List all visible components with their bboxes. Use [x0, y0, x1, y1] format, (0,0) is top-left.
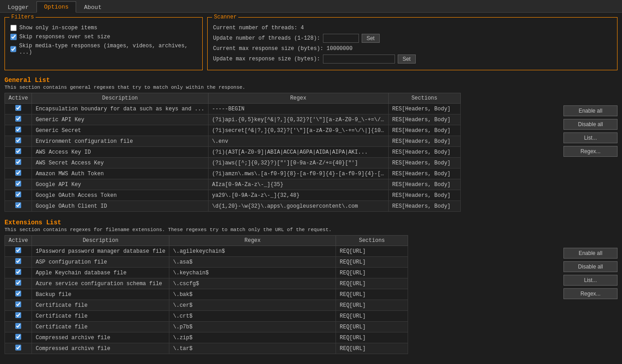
ext-checkbox-8[interactable]: [15, 334, 21, 340]
filter-checkbox-2[interactable]: [10, 46, 16, 52]
general-checkbox-0[interactable]: [15, 105, 21, 111]
maxsize-input[interactable]: [323, 55, 395, 64]
general-checkbox-7[interactable]: [15, 181, 21, 187]
general-row-desc-6: Amazon MWS Auth Token: [32, 168, 208, 179]
ext-checkbox-5[interactable]: [15, 301, 21, 307]
general-row-desc-4: AWS Access Key ID: [32, 147, 208, 158]
set-threads-button[interactable]: Set: [362, 34, 380, 43]
ext-row-active-5[interactable]: [5, 300, 32, 311]
general-list-row: AWS Secret Access Key (?i)aws([^;]{0,32}…: [5, 158, 461, 168]
general-checkbox-8[interactable]: [15, 191, 21, 197]
general-row-sections-7: RES[Headers, Body]: [388, 179, 460, 190]
ext-row-regex-4: \.bak$: [169, 289, 336, 300]
ext-row-sections-6: REQ[URL]: [336, 311, 408, 322]
ext-checkbox-9[interactable]: [15, 345, 21, 350]
tab-options[interactable]: Options: [36, 1, 77, 13]
ext-list-row: Certificate file \.cer$ REQ[URL]: [5, 300, 408, 311]
general-row-sections-4: RES[Headers, Body]: [388, 147, 460, 158]
ext-checkbox-3[interactable]: [15, 280, 21, 286]
ext-row-active-9[interactable]: [5, 343, 32, 354]
ext-row-regex-9: \.tar$: [169, 343, 336, 354]
filters-title: Filters: [9, 14, 36, 20]
general-checkbox-1[interactable]: [15, 116, 21, 122]
general-row-active-3[interactable]: [5, 136, 32, 147]
general-enable-all-button[interactable]: Enable all: [563, 105, 617, 116]
ext-row-regex-2: \.keychain$: [169, 268, 336, 278]
general-checkbox-5[interactable]: [15, 159, 21, 165]
ext-row-active-1[interactable]: [5, 257, 32, 268]
general-row-active-8[interactable]: [5, 190, 32, 201]
ext-disable-all-button[interactable]: Disable all: [563, 261, 617, 272]
general-row-active-6[interactable]: [5, 168, 32, 179]
scanner-title: Scanner: [212, 14, 238, 20]
general-th-sections: Sections: [388, 93, 460, 104]
general-row-sections-3: RES[Headers, Body]: [388, 136, 460, 147]
extensions-list-section: Extensions List This section contains re…: [5, 219, 617, 354]
ext-row-active-0[interactable]: [5, 246, 32, 257]
general-row-active-7[interactable]: [5, 179, 32, 190]
filter-label-2: Skip media-type responses (images, video…: [19, 43, 197, 55]
ext-row-sections-7: REQ[URL]: [336, 322, 408, 332]
ext-row-regex-0: \.agilekeychain$: [169, 246, 336, 257]
filter-item-1: Skip responses over set size: [10, 34, 197, 40]
general-checkbox-6[interactable]: [15, 170, 21, 176]
general-disable-all-button[interactable]: Disable all: [563, 119, 617, 130]
ext-list-button[interactable]: List...: [563, 275, 617, 286]
general-row-desc-1: Generic API Key: [32, 114, 208, 125]
ext-row-sections-5: REQ[URL]: [336, 300, 408, 311]
set-maxsize-button[interactable]: Set: [398, 55, 416, 64]
general-row-desc-2: Generic Secret: [32, 125, 208, 136]
ext-list-row: Compressed archive file \.zip$ REQ[URL]: [5, 332, 408, 343]
scanner-maxsize-current: Current max response size (bytes): 10000…: [213, 46, 612, 52]
ext-checkbox-1[interactable]: [15, 258, 21, 264]
ext-row-active-6[interactable]: [5, 311, 32, 322]
extensions-list-table-col: Active Description Regex Sections 1Passw…: [5, 235, 560, 354]
general-checkbox-9[interactable]: [15, 202, 21, 208]
main-content: Filters Show only in-scope items Skip re…: [0, 13, 622, 364]
general-row-active-0[interactable]: [5, 104, 32, 114]
ext-row-active-2[interactable]: [5, 268, 32, 278]
ext-checkbox-2[interactable]: [15, 269, 21, 275]
general-row-active-2[interactable]: [5, 125, 32, 136]
general-row-active-5[interactable]: [5, 158, 32, 168]
general-checkbox-2[interactable]: [15, 127, 21, 132]
tab-logger[interactable]: Logger: [0, 2, 36, 13]
general-regex-button[interactable]: Regex...: [563, 146, 617, 157]
general-checkbox-4[interactable]: [15, 148, 21, 154]
ext-checkbox-7[interactable]: [15, 323, 21, 329]
scanner-threads-update: Update number of threads (1-128): Set: [213, 34, 612, 43]
general-list-desc: This section contains general regexes th…: [5, 85, 617, 90]
ext-row-desc-5: Certificate file: [32, 300, 169, 311]
filter-item-0: Show only in-scope items: [10, 25, 197, 31]
ext-row-active-4[interactable]: [5, 289, 32, 300]
general-row-active-9[interactable]: [5, 201, 32, 212]
ext-row-active-7[interactable]: [5, 322, 32, 332]
ext-enable-all-button[interactable]: Enable all: [563, 248, 617, 259]
ext-list-row: Certificate file \.p7b$ REQ[URL]: [5, 322, 408, 332]
filter-checkbox-0[interactable]: [10, 25, 17, 31]
extensions-list-side-buttons: Enable all Disable all List... Regex...: [563, 235, 617, 354]
filters-panel: Filters Show only in-scope items Skip re…: [5, 17, 203, 70]
ext-th-regex: Regex: [169, 236, 336, 246]
threads-input[interactable]: [323, 34, 359, 43]
general-row-active-1[interactable]: [5, 114, 32, 125]
ext-row-sections-9: REQ[URL]: [336, 343, 408, 354]
extensions-list-wrapper: Active Description Regex Sections 1Passw…: [5, 235, 617, 354]
general-row-regex-8: ya29\.[0-9A-Za-z\-_]{32,48}: [208, 190, 388, 201]
ext-checkbox-6[interactable]: [15, 312, 21, 318]
tab-about[interactable]: About: [76, 2, 109, 13]
general-list-button[interactable]: List...: [563, 132, 617, 143]
general-row-active-4[interactable]: [5, 147, 32, 158]
ext-row-active-3[interactable]: [5, 278, 32, 289]
ext-row-active-8[interactable]: [5, 332, 32, 343]
general-row-desc-8: Google OAuth Access Token: [32, 190, 208, 201]
ext-row-regex-8: \.zip$: [169, 332, 336, 343]
general-row-regex-7: AIza[0-9A-Za-z\-_]{35}: [208, 179, 388, 190]
ext-row-desc-6: Certificate file: [32, 311, 169, 322]
ext-regex-button[interactable]: Regex...: [563, 288, 617, 299]
ext-checkbox-4[interactable]: [15, 291, 21, 296]
general-checkbox-3[interactable]: [15, 137, 21, 143]
ext-checkbox-0[interactable]: [15, 247, 21, 253]
general-row-regex-4: (?i)(A3T[A-Z0-9]|ABIA|ACCA|AGPA|AIDA|AIP…: [208, 147, 388, 158]
filter-checkbox-1[interactable]: [10, 34, 17, 40]
